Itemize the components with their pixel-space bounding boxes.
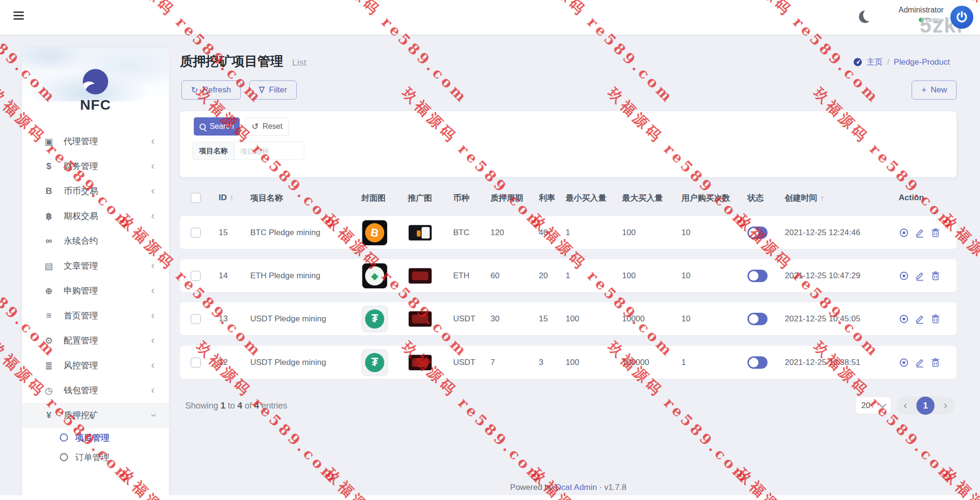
table-row: 13 USDT Pledge mining ₮ USDT 30 15 100 1… [180, 302, 957, 335]
next-page-button[interactable]: › [937, 400, 954, 411]
chevron-left-icon: ‹ [151, 285, 155, 296]
filter-label: Filter [269, 85, 287, 95]
sidebar-item-perpetual-contract[interactable]: ∞ 永续合约 ‹ [22, 228, 169, 253]
edit-icon[interactable] [914, 357, 925, 368]
cell-count: 1 [681, 358, 747, 367]
status-toggle[interactable] [747, 356, 768, 369]
sidebar-item-homepage-management[interactable]: ≡ 首页管理 ‹ [22, 303, 169, 328]
dark-mode-toggle[interactable] [859, 11, 872, 24]
breadcrumb-home[interactable]: 主页 [867, 57, 883, 68]
delete-icon[interactable] [930, 357, 941, 368]
refresh-button[interactable]: ↻ Refresh [181, 80, 241, 100]
sidebar-item-article-management[interactable]: ▤ 文章管理 ‹ [22, 253, 169, 278]
sidebar-item-coin-trade[interactable]: B 币币交易 ‹ [22, 179, 169, 204]
sidebar-item-label: 申购管理 [64, 285, 98, 296]
edit-icon[interactable] [914, 227, 925, 238]
status-toggle[interactable] [747, 313, 768, 325]
sidebar-subitem-label: 项目管理 [75, 432, 110, 443]
status-toggle[interactable] [747, 227, 768, 239]
select-all-checkbox[interactable] [190, 193, 201, 203]
cell-min: 100 [566, 358, 622, 367]
status-toggle[interactable] [747, 270, 768, 282]
header-created[interactable]: 创建时间↑ [785, 193, 899, 204]
table-row: 15 BTC Pledge mining B BTC 120 40 1 100 … [180, 216, 957, 249]
cell-max: 100 [622, 271, 681, 281]
delete-icon[interactable] [930, 227, 941, 238]
current-page-button[interactable]: 1 [916, 397, 935, 415]
cell-created: 2021-12-25 10:45:05 [785, 314, 899, 324]
cell-coin: ETH [453, 271, 490, 281]
cell-rate: 20 [539, 271, 566, 281]
lifering-icon: ⊕ [41, 285, 57, 296]
cover-image[interactable]: B [361, 219, 388, 246]
sidebar-item-label: 质押挖矿 [64, 409, 98, 421]
view-icon[interactable] [899, 227, 909, 238]
view-icon[interactable] [899, 314, 909, 324]
project-name-input[interactable] [234, 142, 304, 160]
sidebar-menu: ▣ 代理管理 ‹ $ 财务管理 ‹ B 币币交易 ‹ ฿ 期权交易 ‹ ∞ 永续 [22, 129, 169, 467]
header-id[interactable]: ID↑ [219, 193, 250, 203]
header-cover: 封面图 [361, 193, 408, 204]
chevron-left-icon: ‹ [151, 310, 155, 321]
sidebar-subitem-project-management[interactable]: 项目管理 [22, 428, 169, 447]
page-header: 质押挖矿项目管理 List 主页 / Pledge-Product [180, 53, 957, 74]
sidebar-subitem-order-management[interactable]: 订单管理 [22, 447, 169, 467]
chevron-left-icon: ‹ [151, 161, 155, 171]
cover-image[interactable]: ₮ [361, 306, 388, 332]
header-name: 项目名称 [250, 193, 361, 204]
promo-image[interactable] [408, 267, 433, 284]
entries-summary: Showing 1 to 4 of 4 entries [185, 401, 287, 411]
chevron-down-icon [879, 401, 887, 409]
sidebar-item-label: 币币交易 [64, 185, 98, 197]
sidebar-item-options-trade[interactable]: ฿ 期权交易 ‹ [22, 204, 169, 228]
promo-image[interactable] [408, 224, 433, 241]
promo-image[interactable] [408, 310, 433, 328]
delete-icon[interactable] [930, 271, 941, 281]
row-checkbox[interactable] [190, 227, 201, 238]
sidebar-item-wallet-management[interactable]: ◷ 钱包管理 ‹ [22, 378, 169, 403]
header-rate: 利率 [539, 193, 566, 204]
sidebar-item-subscription-management[interactable]: ⊕ 申购管理 ‹ [22, 278, 169, 303]
avatar[interactable] [950, 6, 973, 29]
chevron-left-icon: ‹ [151, 335, 155, 346]
page-title: 质押挖矿项目管理 [180, 53, 283, 70]
entries-from: 1 [221, 401, 225, 410]
row-actions [899, 357, 957, 368]
reset-button[interactable]: ↺ Reset [245, 117, 289, 136]
cell-rate: 40 [539, 228, 566, 238]
prev-page-button[interactable]: ‹ [897, 400, 913, 411]
sidebar-item-config-management[interactable]: ⚙ 配置管理 ‹ [22, 328, 169, 353]
menu-toggle-icon[interactable] [13, 11, 25, 23]
new-button[interactable]: + New [912, 80, 957, 100]
dcat-admin-link[interactable]: Dcat Admin [556, 483, 597, 492]
page-size-value: 20 [861, 401, 870, 410]
cell-id: 13 [219, 314, 250, 324]
field-label: 项目名称 [192, 142, 234, 160]
edit-icon[interactable] [914, 271, 925, 281]
delete-icon[interactable] [930, 314, 941, 324]
bars-icon: ≡ [41, 310, 57, 321]
edit-icon[interactable] [914, 314, 925, 324]
view-icon[interactable] [899, 271, 909, 281]
sidebar-item-finance-management[interactable]: $ 财务管理 ‹ [22, 154, 169, 179]
row-actions [899, 271, 957, 281]
cover-image[interactable]: ◆ [361, 262, 388, 289]
sidebar-item-risk-management[interactable]: ≣ 风控管理 ‹ [22, 353, 169, 378]
plus-icon: + [921, 86, 926, 94]
sidebar-item-pledge-mining[interactable]: ¥ 质押挖矿 ‹ [22, 403, 169, 428]
breadcrumb: 主页 / Pledge-Product [853, 57, 950, 68]
sidebar-item-agent-management[interactable]: ▣ 代理管理 ‹ [22, 129, 169, 154]
view-icon[interactable] [899, 357, 909, 368]
cell-period: 120 [490, 228, 539, 238]
chevron-left-icon: ‹ [151, 211, 155, 221]
cell-max: 100 [622, 228, 681, 238]
filter-button[interactable]: ∇ Filter [249, 80, 297, 100]
row-checkbox[interactable] [190, 357, 201, 368]
promo-image[interactable] [408, 354, 433, 371]
search-button[interactable]: Search [194, 117, 240, 136]
row-checkbox[interactable] [190, 271, 201, 281]
cover-image[interactable]: ₮ [361, 349, 388, 376]
page-size-select[interactable]: 20 [855, 397, 891, 414]
cell-coin: USDT [453, 314, 490, 324]
row-checkbox[interactable] [190, 314, 201, 324]
